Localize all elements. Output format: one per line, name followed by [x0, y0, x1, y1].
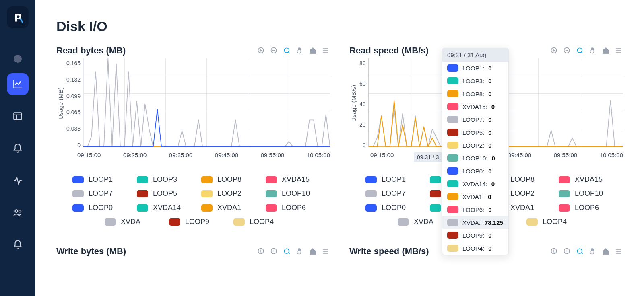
legend-item[interactable]: LOOP6 [266, 204, 314, 212]
nav-activity[interactable] [7, 170, 29, 191]
tooltip-swatch [447, 219, 458, 226]
zoom-in-icon[interactable] [550, 46, 559, 55]
bell-icon [12, 240, 23, 250]
legend-label: XVDA1 [510, 204, 534, 212]
legend-item[interactable]: LOOP9 [169, 218, 217, 226]
reset-home-icon[interactable] [601, 247, 610, 256]
pan-icon[interactable] [588, 46, 597, 55]
tooltip-row: LOOP10: 0 [442, 152, 508, 164]
legend-item[interactable]: LOOP1 [72, 175, 121, 184]
panel-title-read-bytes: Read bytes (MB) [56, 45, 126, 56]
pan-icon[interactable] [295, 46, 304, 55]
tooltip-series-name: LOOP10: [462, 155, 488, 162]
legend-item[interactable]: LOOP10 [266, 189, 314, 198]
legend-swatch [365, 176, 377, 183]
panel-write-bytes: Write bytes (MB) [56, 246, 330, 259]
tooltip-swatch [447, 77, 458, 84]
zoom-area-icon[interactable] [576, 247, 584, 256]
legend-item[interactable]: LOOP0 [365, 204, 414, 212]
menu-icon[interactable] [321, 46, 330, 55]
legend-item[interactable]: XVDA1 [201, 204, 250, 212]
nav-charts[interactable] [7, 73, 29, 95]
tooltip-series-value: 0 [488, 116, 491, 123]
tooltip-rows: LOOP1: 0LOOP3: 0LOOP8: 0XVDA15: 0LOOP7: … [442, 62, 508, 255]
zoom-out-icon[interactable] [270, 46, 279, 55]
legend-label: LOOP1 [382, 175, 406, 184]
tooltip-series-name: LOOP5: [462, 129, 484, 136]
legend-item[interactable]: LOOP4 [526, 218, 575, 226]
zoom-in-icon[interactable] [257, 46, 266, 55]
legend-item[interactable]: LOOP6 [559, 204, 607, 212]
tooltip-series-value: 0 [488, 245, 491, 252]
tooltip-row: XVDA14: 0 [442, 177, 508, 190]
plot-read-bytes[interactable] [83, 58, 330, 147]
tooltip-series-value: 0 [488, 65, 491, 72]
legend-item[interactable]: XVDA [105, 218, 153, 226]
legend-item[interactable]: XVDA15 [266, 175, 314, 184]
legend-label: LOOP7 [89, 189, 113, 198]
app-logo[interactable] [7, 6, 29, 28]
zoom-out-icon[interactable] [270, 247, 279, 256]
legend-item[interactable]: LOOP8 [201, 175, 250, 184]
chart-tooltip: 09:31 / 31 Aug LOOP1: 0LOOP3: 0LOOP8: 0X… [442, 48, 509, 255]
legend-item[interactable]: LOOP0 [72, 204, 121, 212]
tooltip-swatch [447, 90, 458, 97]
bell-icon [12, 143, 23, 154]
legend-label: LOOP4 [250, 218, 274, 226]
nav-users[interactable] [7, 202, 29, 224]
tooltip-series-value: 0 [488, 142, 491, 149]
tooltip-header: 09:31 / 31 Aug [442, 48, 508, 62]
reset-home-icon[interactable] [601, 46, 610, 55]
nav-dashboard[interactable] [7, 105, 29, 127]
legend-item[interactable]: LOOP10 [559, 189, 607, 198]
reset-home-icon[interactable] [308, 247, 317, 256]
tooltip-swatch [447, 154, 458, 162]
legend-item[interactable]: LOOP2 [201, 189, 250, 198]
legend-item[interactable]: XVDA14 [137, 204, 185, 212]
legend-item[interactable]: LOOP7 [365, 189, 414, 198]
nav-alerts[interactable] [7, 138, 29, 159]
zoom-out-icon[interactable] [563, 247, 572, 256]
zoom-area-icon[interactable] [283, 46, 291, 55]
svg-point-15 [577, 249, 582, 253]
chart-toolbar [550, 46, 623, 55]
tooltip-swatch [447, 129, 458, 136]
tooltip-series-value: 0 [491, 181, 495, 187]
menu-icon[interactable] [614, 46, 623, 55]
legend-swatch [559, 176, 570, 183]
tooltip-series-value: 0 [488, 193, 491, 200]
zoom-in-icon[interactable] [257, 247, 266, 256]
legend-item[interactable]: LOOP3 [137, 175, 185, 184]
menu-icon[interactable] [614, 247, 623, 256]
pan-icon[interactable] [295, 247, 304, 256]
legend-swatch [137, 204, 148, 212]
logo-p-icon [10, 10, 25, 25]
legend-item[interactable]: LOOP4 [233, 218, 282, 226]
nav-alerts-2[interactable] [7, 234, 29, 256]
tooltip-swatch [447, 64, 458, 72]
legend-item[interactable]: XVDA15 [559, 175, 607, 184]
zoom-in-icon[interactable] [550, 247, 559, 256]
pan-icon[interactable] [588, 247, 597, 256]
legend-swatch [169, 218, 180, 226]
zoom-out-icon[interactable] [563, 46, 572, 55]
x-hover-badge: 09:31 / 3 [414, 152, 442, 162]
legend-item[interactable]: LOOP1 [365, 175, 414, 184]
legend-item[interactable]: LOOP7 [72, 189, 121, 198]
legend-item[interactable]: LOOP5 [137, 189, 185, 198]
legend-label: LOOP10 [575, 189, 603, 198]
legend-label: LOOP2 [217, 189, 242, 198]
zoom-area-icon[interactable] [283, 247, 291, 256]
menu-icon[interactable] [321, 247, 330, 256]
legend-label: LOOP6 [575, 204, 599, 212]
svg-point-2 [15, 210, 18, 212]
tooltip-series-name: LOOP4: [462, 245, 484, 252]
zoom-area-icon[interactable] [576, 46, 584, 55]
legend-swatch [526, 218, 538, 226]
legend-swatch [201, 190, 213, 197]
tooltip-series-name: LOOP6: [462, 206, 484, 213]
legend-swatch [559, 204, 570, 212]
reset-home-icon[interactable] [308, 46, 317, 55]
tooltip-series-value: 0 [488, 78, 491, 84]
legend-item[interactable]: XVDA [398, 218, 446, 226]
